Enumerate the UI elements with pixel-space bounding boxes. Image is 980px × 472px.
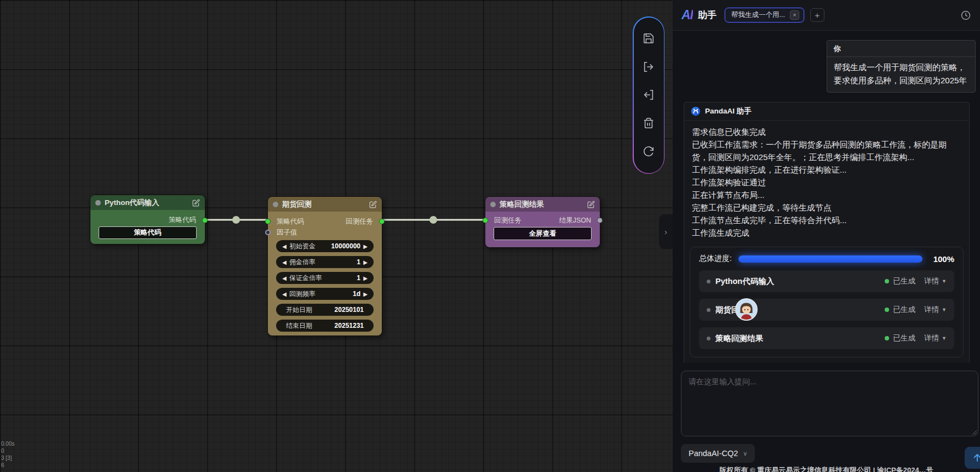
node-python-code-input[interactable]: Python代码输入 策略代码 策略代码 xyxy=(90,195,205,244)
status-line: 完整工作流已构建完成，等待生成节点 xyxy=(692,201,961,214)
stepper-right-icon[interactable]: ▶ xyxy=(362,275,369,281)
chevron-down-icon: ∨ xyxy=(743,450,747,457)
node-title-bar[interactable]: Python代码输入 xyxy=(90,195,205,210)
avatar-image xyxy=(736,299,757,320)
input-port[interactable] xyxy=(265,219,271,224)
save-icon xyxy=(643,32,655,44)
tab-label: 帮我生成一个用... xyxy=(731,10,785,20)
import-icon xyxy=(643,89,655,101)
node-title: 策略回测结果 xyxy=(500,200,544,209)
model-selector[interactable]: PandaAI-CQ2 ∨ xyxy=(681,444,755,463)
widget-value: 20250101 xyxy=(335,306,364,314)
status-line: 工作流节点生成完毕，正在等待合并代码... xyxy=(692,214,961,226)
status-badge: 已生成 xyxy=(893,333,916,343)
progress-bar-fill xyxy=(738,255,922,263)
stat-line: 3 [3] xyxy=(1,454,14,462)
ai-logo: AI xyxy=(681,8,693,22)
output-port[interactable] xyxy=(597,218,603,223)
strategy-code-button[interactable]: 策略代码 xyxy=(99,226,197,239)
status-dot-icon xyxy=(885,336,889,340)
fullscreen-view-button[interactable]: 全屏查看 xyxy=(494,227,592,240)
stepper-left-icon[interactable]: ◀ xyxy=(280,259,288,265)
node-title-bar[interactable]: 期货回测 xyxy=(268,197,382,212)
node-futures-backtest[interactable]: 期货回测 策略代码 回测任务 因子值 ◀ 初始资金 10000000 ▶ xyxy=(267,196,382,336)
stat-line: 0 xyxy=(1,447,14,454)
export-button[interactable] xyxy=(641,60,656,74)
edit-icon[interactable] xyxy=(192,199,200,207)
refresh-button[interactable] xyxy=(641,145,656,159)
history-button[interactable] xyxy=(960,10,971,21)
status-badge: 已生成 xyxy=(893,276,916,286)
widget-margin-multiplier[interactable]: ◀ 保证金倍率 1 ▶ xyxy=(276,272,374,284)
import-button[interactable] xyxy=(641,88,656,102)
detail-toggle[interactable]: 详情 ▼ xyxy=(924,276,947,286)
conversation-tab[interactable]: 帮我生成一个用... × xyxy=(725,8,804,22)
status-badge: 已生成 xyxy=(893,305,916,315)
output-port[interactable] xyxy=(379,219,385,224)
stepper-left-icon[interactable]: ◀ xyxy=(280,291,288,297)
node-status-dot-icon xyxy=(95,200,101,206)
generated-node-row: 期货回测 已生成 详情 ▼ xyxy=(699,299,954,321)
panel-collapse-handle[interactable]: › xyxy=(659,214,673,249)
stepper-right-icon[interactable]: ▶ xyxy=(362,259,369,265)
assistant-sender-label: PandaAI 助手 xyxy=(705,106,752,116)
assistant-avatar[interactable] xyxy=(735,298,758,321)
assistant-message-header: PandaAI 助手 xyxy=(684,103,969,121)
plus-icon: + xyxy=(815,10,820,20)
delete-button[interactable] xyxy=(641,116,656,130)
canvas-toolbar xyxy=(633,16,664,174)
status-line: 正在计算节点布局... xyxy=(692,189,961,201)
stepper-right-icon[interactable]: ▶ xyxy=(362,291,369,297)
widget-start-date[interactable]: 开始日期 20250101 xyxy=(276,304,374,316)
assistant-message: PandaAI 助手 需求信息已收集完成 已收到工作流需求：一个用于期货多品种回… xyxy=(684,102,970,363)
prompt-input[interactable] xyxy=(681,371,978,436)
node-status-dot-icon xyxy=(490,202,496,207)
detail-toggle[interactable]: 详情 ▼ xyxy=(924,333,947,343)
progress-percent: 100% xyxy=(929,254,954,264)
widget-commission-multiplier[interactable]: ◀ 佣金倍率 1 ▶ xyxy=(276,256,374,268)
stat-line: 0.00s xyxy=(1,440,14,447)
arrow-up-icon xyxy=(972,452,980,463)
copyright-text: 版权所有 © 重庆易云易示之境信息科技有限公司 | 渝ICP备2024…号 xyxy=(673,465,980,472)
node-backtest-result[interactable]: 策略回测结果 回测任务 结果JSON 全屏查看 xyxy=(485,196,600,248)
progress-bar xyxy=(738,255,922,263)
save-button[interactable] xyxy=(641,31,656,46)
close-icon[interactable]: × xyxy=(790,10,799,20)
widget-label: 开始日期 xyxy=(286,305,312,315)
stat-line: 6 xyxy=(1,462,14,469)
input-port-label: 策略代码 xyxy=(277,217,304,226)
bullet-icon xyxy=(707,280,710,283)
stepper-right-icon[interactable]: ▶ xyxy=(362,243,369,249)
widget-value: 1d xyxy=(353,290,360,298)
detail-toggle[interactable]: 详情 ▼ xyxy=(924,305,947,315)
message-list[interactable]: 你 帮我生成一个用于期货回测的策略，要求使用多品种，回测区间为2025年 Pan… xyxy=(673,31,980,363)
edit-icon[interactable] xyxy=(587,201,595,208)
refresh-icon xyxy=(643,146,655,158)
app-window: Python代码输入 策略代码 策略代码 期货回测 xyxy=(0,0,980,472)
trash-icon xyxy=(643,117,655,129)
edit-icon[interactable] xyxy=(369,201,377,208)
caret-down-icon: ▼ xyxy=(942,278,947,284)
canvas-debug-stats: 0.00s 0 3 [3] 6 xyxy=(1,440,14,469)
status-line: 工作流架构编排完成，正在进行架构验证... xyxy=(692,163,961,176)
workflow-canvas[interactable]: Python代码输入 策略代码 策略代码 期货回测 xyxy=(0,0,673,472)
input-port[interactable] xyxy=(483,218,488,223)
stepper-left-icon[interactable]: ◀ xyxy=(280,275,288,281)
widget-initial-capital[interactable]: ◀ 初始资金 10000000 ▶ xyxy=(276,240,374,252)
link-midpoint-dot[interactable] xyxy=(232,216,240,224)
input-port[interactable] xyxy=(265,230,271,235)
detail-label: 详情 xyxy=(924,305,939,315)
output-port[interactable] xyxy=(202,218,208,223)
bullet-icon xyxy=(707,308,710,312)
status-line: 工作流架构验证通过 xyxy=(692,176,961,189)
model-name: PandaAI-CQ2 xyxy=(689,449,738,458)
new-conversation-button[interactable]: + xyxy=(810,8,824,22)
link-midpoint-dot[interactable] xyxy=(429,216,437,224)
widget-end-date[interactable]: 结束日期 20251231 xyxy=(276,320,374,332)
detail-label: 详情 xyxy=(924,276,939,286)
pandaai-logo-icon xyxy=(691,106,701,116)
status-line: 已收到工作流需求：一个用于期货多品种回测的策略工作流，标的是期货，回测区间为20… xyxy=(692,138,961,163)
stepper-left-icon[interactable]: ◀ xyxy=(280,243,288,249)
widget-backtest-frequency[interactable]: ◀ 回测频率 1d ▶ xyxy=(276,288,374,300)
node-title-bar[interactable]: 策略回测结果 xyxy=(485,197,600,212)
